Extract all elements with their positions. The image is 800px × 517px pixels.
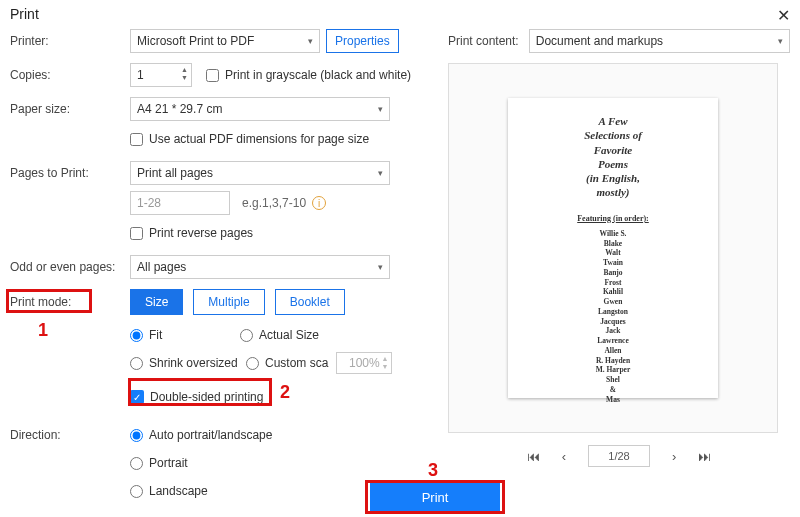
page-indicator[interactable]: 1/28 bbox=[588, 445, 650, 467]
paper-size-select[interactable]: A4 21 * 29.7 cm ▾ bbox=[130, 97, 390, 121]
landscape-radio[interactable] bbox=[130, 485, 143, 498]
dialog-title: Print bbox=[10, 6, 39, 25]
odd-even-value: All pages bbox=[137, 260, 186, 274]
chevron-down-icon: ▾ bbox=[378, 262, 383, 272]
grayscale-label: Print in grayscale (black and white) bbox=[225, 68, 411, 82]
landscape-label: Landscape bbox=[149, 484, 208, 498]
double-sided-checkbox[interactable]: ✓ bbox=[130, 390, 144, 404]
actual-size-radio[interactable] bbox=[240, 329, 253, 342]
scale-value: 100% bbox=[349, 356, 380, 370]
print-button[interactable]: Print bbox=[370, 483, 500, 511]
page-range-input[interactable]: 1-28 bbox=[130, 191, 230, 215]
odd-even-select[interactable]: All pages ▾ bbox=[130, 255, 390, 279]
last-page-icon[interactable]: ⏭ bbox=[698, 449, 711, 464]
double-sided-label: Double-sided printing bbox=[150, 390, 263, 404]
mode-booklet-button[interactable]: Booklet bbox=[275, 289, 345, 315]
properties-button[interactable]: Properties bbox=[326, 29, 399, 53]
print-content-label: Print content: bbox=[448, 34, 519, 48]
annotation-2: 2 bbox=[280, 382, 290, 403]
paper-size-label: Paper size: bbox=[10, 102, 130, 116]
print-content-value: Document and markups bbox=[536, 34, 663, 48]
actual-dimensions-label: Use actual PDF dimensions for page size bbox=[149, 132, 369, 146]
direction-label: Direction: bbox=[10, 428, 130, 442]
odd-even-label: Odd or even pages: bbox=[10, 260, 130, 274]
print-preview: A Few Selections of Favorite Poems (in E… bbox=[448, 63, 778, 433]
print-content-select[interactable]: Document and markups ▾ bbox=[529, 29, 790, 53]
annotation-1: 1 bbox=[38, 320, 48, 341]
annotation-3: 3 bbox=[428, 460, 438, 481]
range-hint: e.g.1,3,7-10 bbox=[242, 196, 306, 210]
auto-direction-label: Auto portrait/landscape bbox=[149, 428, 272, 442]
next-page-icon[interactable]: › bbox=[672, 449, 676, 464]
custom-scale-radio[interactable] bbox=[246, 357, 259, 370]
info-icon: i bbox=[312, 196, 326, 210]
shrink-radio[interactable] bbox=[130, 357, 143, 370]
chevron-down-icon: ▾ bbox=[378, 168, 383, 178]
mode-multiple-button[interactable]: Multiple bbox=[193, 289, 264, 315]
print-mode-label: Print mode: bbox=[10, 295, 130, 309]
actual-size-label: Actual Size bbox=[259, 328, 319, 342]
close-icon[interactable]: ✕ bbox=[777, 6, 790, 25]
reverse-pages-label: Print reverse pages bbox=[149, 226, 253, 240]
chevron-down-icon: ▾ bbox=[308, 36, 313, 46]
auto-direction-radio[interactable] bbox=[130, 429, 143, 442]
fit-radio[interactable] bbox=[130, 329, 143, 342]
copies-label: Copies: bbox=[10, 68, 130, 82]
shrink-label: Shrink oversized pages bbox=[149, 356, 240, 370]
custom-scale-label: Custom sca bbox=[265, 356, 328, 370]
paper-size-value: A4 21 * 29.7 cm bbox=[137, 102, 222, 116]
pages-select[interactable]: Print all pages ▾ bbox=[130, 161, 390, 185]
scale-input[interactable]: 100% ▲▼ bbox=[336, 352, 392, 374]
mode-size-button[interactable]: Size bbox=[130, 289, 183, 315]
portrait-label: Portrait bbox=[149, 456, 188, 470]
copies-stepper[interactable]: 1 ▲▼ bbox=[130, 63, 192, 87]
chevron-down-icon: ▾ bbox=[378, 104, 383, 114]
copies-value: 1 bbox=[137, 68, 144, 82]
prev-page-icon[interactable]: ‹ bbox=[562, 449, 566, 464]
first-page-icon[interactable]: ⏮ bbox=[527, 449, 540, 464]
pages-to-print-label: Pages to Print: bbox=[10, 166, 130, 180]
printer-select[interactable]: Microsoft Print to PDF ▾ bbox=[130, 29, 320, 53]
actual-dimensions-checkbox[interactable] bbox=[130, 133, 143, 146]
fit-label: Fit bbox=[149, 328, 162, 342]
reverse-pages-checkbox[interactable] bbox=[130, 227, 143, 240]
printer-value: Microsoft Print to PDF bbox=[137, 34, 254, 48]
pages-value: Print all pages bbox=[137, 166, 213, 180]
portrait-radio[interactable] bbox=[130, 457, 143, 470]
preview-page: A Few Selections of Favorite Poems (in E… bbox=[508, 98, 718, 398]
grayscale-checkbox[interactable] bbox=[206, 69, 219, 82]
printer-label: Printer: bbox=[10, 34, 130, 48]
chevron-down-icon: ▾ bbox=[778, 36, 783, 46]
